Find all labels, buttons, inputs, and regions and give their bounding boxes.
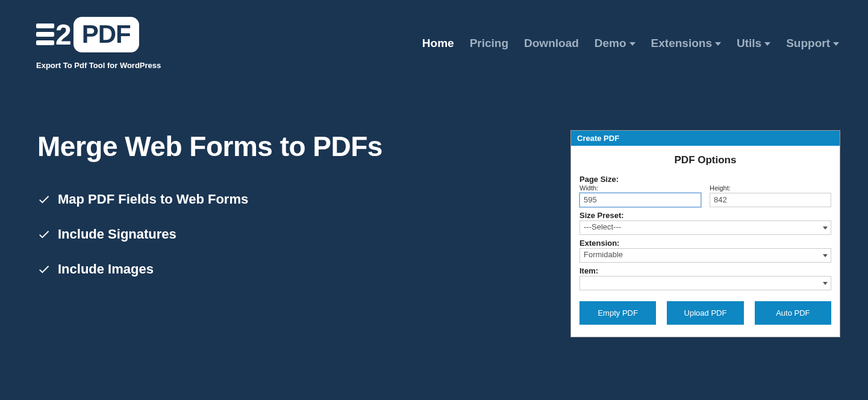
create-pdf-panel: Create PDF PDF Options Page Size: Width:… (570, 130, 840, 337)
panel-header: Create PDF (571, 131, 840, 146)
nav-demo[interactable]: Demo (595, 37, 635, 50)
feature-item: Map PDF Fields to Web Forms (37, 192, 546, 207)
auto-pdf-button[interactable]: Auto PDF (755, 301, 831, 325)
feature-label: Include Images (58, 261, 154, 277)
menu-bars-icon (36, 23, 54, 45)
extension-label: Extension: (579, 239, 831, 248)
nav-utils[interactable]: Utils (737, 37, 770, 50)
logo-block: 2 PDF Export To Pdf Tool for WordPress (36, 17, 161, 70)
check-icon (37, 193, 51, 206)
logo-two: 2 (55, 18, 71, 51)
logo-pdf: PDF (73, 17, 139, 52)
size-preset-select[interactable]: ---Select--- (579, 220, 831, 235)
chevron-down-icon (629, 42, 635, 46)
empty-pdf-button[interactable]: Empty PDF (579, 301, 656, 325)
height-input[interactable] (710, 193, 831, 207)
nav-pricing[interactable]: Pricing (470, 37, 508, 50)
width-input[interactable] (579, 193, 701, 207)
header: 2 PDF Export To Pdf Tool for WordPress H… (0, 0, 868, 70)
item-select[interactable] (579, 276, 831, 290)
feature-item: Include Signatures (37, 227, 546, 242)
chevron-down-icon (715, 42, 721, 46)
chevron-down-icon (764, 42, 770, 46)
feature-label: Include Signatures (58, 227, 176, 242)
hero-left: Merge Web Forms to PDFs Map PDF Fields t… (37, 130, 546, 337)
hero: Merge Web Forms to PDFs Map PDF Fields t… (0, 70, 868, 337)
nav-extensions[interactable]: Extensions (651, 37, 721, 50)
logo-tagline: Export To Pdf Tool for WordPress (36, 61, 161, 70)
size-preset-label: Size Preset: (579, 211, 831, 220)
nav-download[interactable]: Download (524, 37, 579, 50)
panel-body: PDF Options Page Size: Width: Height: Si… (571, 146, 840, 337)
button-row: Empty PDF Upload PDF Auto PDF (579, 301, 831, 325)
check-icon (37, 228, 51, 241)
main-nav: Home Pricing Download Demo Extensions Ut… (422, 37, 839, 50)
nav-support[interactable]: Support (786, 37, 839, 50)
panel-title: PDF Options (579, 154, 831, 166)
width-label: Width: (579, 184, 701, 192)
item-label: Item: (579, 266, 831, 275)
page-size-label: Page Size: (579, 175, 831, 184)
feature-label: Map PDF Fields to Web Forms (58, 192, 248, 207)
nav-home[interactable]: Home (422, 37, 454, 50)
height-label: Height: (710, 184, 831, 192)
feature-item: Include Images (37, 261, 546, 277)
chevron-down-icon (833, 42, 839, 46)
hero-title: Merge Web Forms to PDFs (37, 130, 546, 163)
check-icon (37, 263, 51, 276)
extension-select[interactable]: Formidable (579, 248, 831, 263)
upload-pdf-button[interactable]: Upload PDF (667, 301, 743, 325)
logo[interactable]: 2 PDF (36, 17, 161, 52)
